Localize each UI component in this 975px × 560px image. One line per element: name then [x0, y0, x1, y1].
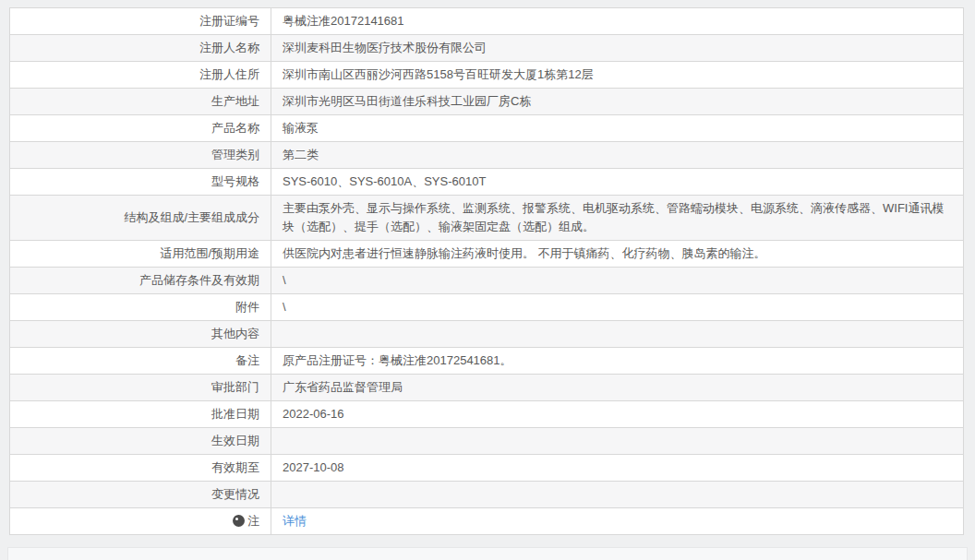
row-label: 型号规格	[10, 169, 271, 196]
table-row: 注册人名称 深圳麦科田生物医疗技术股份有限公司	[10, 35, 964, 62]
row-value: SYS-6010、SYS-6010A、SYS-6010T	[271, 169, 964, 196]
registration-table: 注册证编号 粤械注准20172141681 注册人名称 深圳麦科田生物医疗技术股…	[9, 7, 964, 535]
table-row: 审批部门 广东省药品监督管理局	[10, 375, 964, 401]
table-row: 变更情况	[10, 482, 964, 508]
row-value: \	[271, 268, 964, 294]
table-row: 有效期至 2027-10-08	[10, 455, 964, 482]
table-row: 附件 \	[10, 294, 964, 321]
table-row: 产品储存条件及有效期 \	[10, 268, 964, 294]
row-label: 有效期至	[10, 455, 271, 482]
row-value: 深圳市光明区马田街道佳乐科技工业园厂房C栋	[271, 89, 964, 115]
footer-bar	[7, 547, 968, 560]
row-value: 深圳市南山区西丽沙河西路5158号百旺研发大厦1栋第12层	[271, 62, 964, 89]
table-row: 备注 原产品注册证号：粤械注准20172541681。	[10, 348, 964, 375]
row-label: 注	[247, 514, 259, 528]
row-value: 粤械注准20172141681	[271, 8, 964, 35]
row-value	[271, 428, 964, 455]
table-row: 结构及组成/主要组成成分 主要由泵外壳、显示与操作系统、监测系统、报警系统、电机…	[10, 196, 964, 241]
row-label: 结构及组成/主要组成成分	[10, 196, 271, 241]
table-row: 生效日期	[10, 428, 964, 455]
row-label: 变更情况	[10, 482, 271, 508]
table-row: 注册人住所 深圳市南山区西丽沙河西路5158号百旺研发大厦1栋第12层	[10, 62, 964, 89]
table-row: 生产地址 深圳市光明区马田街道佳乐科技工业园厂房C栋	[10, 89, 964, 115]
row-value: 广东省药品监督管理局	[271, 375, 964, 401]
row-label: 产品名称	[10, 115, 271, 142]
row-label: 注册人名称	[10, 35, 271, 62]
row-value: 2027-10-08	[271, 455, 964, 482]
table-row: 产品名称 输液泵	[10, 115, 964, 142]
row-value: 原产品注册证号：粤械注准20172541681。	[271, 348, 964, 375]
row-value: 2022-06-16	[271, 401, 964, 428]
table-row: 注册证编号 粤械注准20172141681	[10, 8, 964, 35]
registration-detail-page: 注册证编号 粤械注准20172141681 注册人名称 深圳麦科田生物医疗技术股…	[0, 0, 975, 560]
note-icon	[233, 515, 245, 527]
row-value: 深圳麦科田生物医疗技术股份有限公司	[271, 35, 964, 62]
table-row: 管理类别 第二类	[10, 142, 964, 169]
row-label-note: 注	[10, 508, 271, 535]
row-label: 注册证编号	[10, 8, 271, 35]
row-label: 生产地址	[10, 89, 271, 115]
row-value: 主要由泵外壳、显示与操作系统、监测系统、报警系统、电机驱动系统、管路蠕动模块、电…	[271, 196, 964, 241]
row-label: 生效日期	[10, 428, 271, 455]
row-value	[271, 321, 964, 348]
row-label: 备注	[10, 348, 271, 375]
table-row: 适用范围/预期用途 供医院内对患者进行恒速静脉输注药液时使用。 不用于镇痛药、化…	[10, 241, 964, 268]
row-value: 输液泵	[271, 115, 964, 142]
table-row: 其他内容	[10, 321, 964, 348]
row-label: 产品储存条件及有效期	[10, 268, 271, 294]
detail-link[interactable]: 详情	[283, 514, 307, 528]
row-label: 注册人住所	[10, 62, 271, 89]
table-row: 注 详情	[10, 508, 964, 535]
row-label: 审批部门	[10, 375, 271, 401]
row-label: 适用范围/预期用途	[10, 241, 271, 268]
row-label: 批准日期	[10, 401, 271, 428]
row-label: 其他内容	[10, 321, 271, 348]
row-label: 管理类别	[10, 142, 271, 169]
row-value: 第二类	[271, 142, 964, 169]
row-value: \	[271, 294, 964, 321]
row-value: 供医院内对患者进行恒速静脉输注药液时使用。 不用于镇痛药、化疗药物、胰岛素的输注…	[271, 241, 964, 268]
table-row: 型号规格 SYS-6010、SYS-6010A、SYS-6010T	[10, 169, 964, 196]
row-value	[271, 482, 964, 508]
row-label: 附件	[10, 294, 271, 321]
table-row: 批准日期 2022-06-16	[10, 401, 964, 428]
